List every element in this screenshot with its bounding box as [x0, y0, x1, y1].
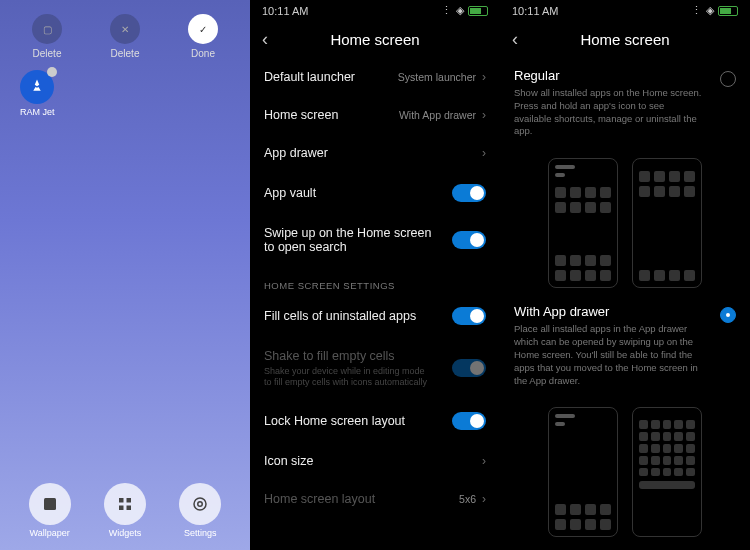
row-label: App vault: [264, 186, 316, 200]
svg-rect-0: [44, 498, 56, 510]
wifi-icon: ◈: [456, 4, 464, 17]
option-with-app-drawer[interactable]: With App drawer Place all installed apps…: [500, 294, 750, 397]
dock-label: Widgets: [109, 528, 142, 538]
row-value: System launcher: [398, 71, 476, 83]
header: ‹ Home screen: [500, 21, 750, 58]
row-label: Swipe up on the Home screen to open sear…: [264, 226, 434, 254]
row-label: Home screen layout: [264, 492, 375, 506]
option-desc: Show all installed apps on the Home scre…: [514, 87, 704, 138]
regular-previews: [500, 148, 750, 294]
row-app-vault[interactable]: App vault: [250, 172, 500, 214]
settings-button[interactable]: Settings: [179, 483, 221, 538]
home-edit-screen: ▢ Delete ✕ Delete ✓ Done RAM Jet Wallpap…: [0, 0, 250, 550]
settings-list-screen: 10:11 AM ⋮◈ ‹ Home screen Default launch…: [250, 0, 500, 550]
row-layout-grid[interactable]: Home screen layout 5x6›: [250, 480, 500, 518]
row-fill-cells[interactable]: Fill cells of uninstalled apps: [250, 295, 500, 337]
gear-icon: [179, 483, 221, 525]
battery-icon: [468, 6, 488, 16]
clock: 10:11 AM: [262, 5, 308, 17]
toggle-fill-cells[interactable]: [452, 307, 486, 325]
row-label: Shake to fill empty cellsShake your devi…: [264, 349, 434, 388]
check-icon: ✓: [188, 14, 218, 44]
action-label: Delete: [33, 48, 62, 59]
done-action[interactable]: ✓ Done: [188, 14, 218, 59]
app-label: RAM Jet: [20, 107, 55, 117]
option-title: With App drawer: [514, 304, 704, 319]
toggle-swipe-search[interactable]: [452, 231, 486, 249]
back-button[interactable]: ‹: [512, 29, 536, 50]
row-label: Fill cells of uninstalled apps: [264, 309, 416, 323]
row-label: App drawer: [264, 146, 328, 160]
svg-rect-4: [126, 506, 131, 511]
widgets-button[interactable]: Widgets: [104, 483, 146, 538]
action-label: Delete: [111, 48, 140, 59]
phone-preview: [548, 158, 618, 288]
svg-point-6: [194, 498, 206, 510]
status-bar: 10:11 AM ⋮◈: [250, 0, 500, 21]
clock: 10:11 AM: [512, 5, 558, 17]
row-label: Default launcher: [264, 70, 355, 84]
row-label: Home screen: [264, 108, 338, 122]
delete-action-2[interactable]: ✕ Delete: [110, 14, 140, 59]
svg-rect-3: [119, 506, 124, 511]
row-label: Icon size: [264, 454, 313, 468]
toggle-app-vault[interactable]: [452, 184, 486, 202]
row-label: Lock Home screen layout: [264, 414, 405, 428]
radio-regular[interactable]: [720, 71, 736, 87]
battery-icon: [718, 6, 738, 16]
row-default-launcher[interactable]: Default launcher System launcher›: [250, 58, 500, 96]
page-title: Home screen: [286, 31, 464, 48]
toggle-lock-layout[interactable]: [452, 412, 486, 430]
wifi-icon: ◈: [706, 4, 714, 17]
home-screen-mode-screen: 10:11 AM ⋮◈ ‹ Home screen Regular Show a…: [500, 0, 750, 550]
wallpaper-button[interactable]: Wallpaper: [29, 483, 71, 538]
svg-rect-2: [126, 498, 131, 503]
chevron-right-icon: ›: [482, 70, 486, 84]
row-app-drawer[interactable]: App drawer ›: [250, 134, 500, 172]
row-value: With App drawer: [399, 109, 476, 121]
svg-point-5: [198, 502, 203, 507]
folder-icon: ▢: [32, 14, 62, 44]
chevron-right-icon: ›: [482, 108, 486, 122]
chevron-right-icon: ›: [482, 492, 486, 506]
app-ram-jet[interactable]: RAM Jet: [20, 70, 55, 117]
row-home-screen[interactable]: Home screen With App drawer›: [250, 96, 500, 134]
row-shake-fill: Shake to fill empty cellsShake your devi…: [250, 337, 500, 400]
chevron-right-icon: ›: [482, 146, 486, 160]
edit-dock: Wallpaper Widgets Settings: [0, 483, 250, 538]
page-title: Home screen: [536, 31, 714, 48]
chevron-right-icon: ›: [482, 454, 486, 468]
row-value: 5x6: [459, 493, 476, 505]
back-button[interactable]: ‹: [262, 29, 286, 50]
delete-action[interactable]: ▢ Delete: [32, 14, 62, 59]
header: ‹ Home screen: [250, 21, 500, 58]
phone-preview: [632, 158, 702, 288]
option-regular[interactable]: Regular Show all installed apps on the H…: [500, 58, 750, 148]
status-bar: 10:11 AM ⋮◈: [500, 0, 750, 21]
top-actions: ▢ Delete ✕ Delete ✓ Done: [0, 0, 250, 65]
bluetooth-icon: ⋮: [441, 4, 452, 17]
toggle-shake-fill: [452, 359, 486, 377]
widgets-icon: [104, 483, 146, 525]
dock-label: Settings: [184, 528, 217, 538]
option-desc: Place all installed apps in the App draw…: [514, 323, 704, 387]
close-icon: ✕: [110, 14, 140, 44]
action-label: Done: [191, 48, 215, 59]
phone-preview: [548, 407, 618, 537]
drawer-previews: [500, 397, 750, 543]
bluetooth-icon: ⋮: [691, 4, 702, 17]
row-swipe-search[interactable]: Swipe up on the Home screen to open sear…: [250, 214, 500, 266]
radio-with-drawer[interactable]: [720, 307, 736, 323]
option-title: Regular: [514, 68, 704, 83]
dock-label: Wallpaper: [30, 528, 70, 538]
row-lock-layout[interactable]: Lock Home screen layout: [250, 400, 500, 442]
rocket-icon: [20, 70, 54, 104]
section-header: HOME SCREEN SETTINGS: [250, 266, 500, 295]
wallpaper-icon: [29, 483, 71, 525]
svg-rect-1: [119, 498, 124, 503]
row-icon-size[interactable]: Icon size ›: [250, 442, 500, 480]
phone-preview: [632, 407, 702, 537]
